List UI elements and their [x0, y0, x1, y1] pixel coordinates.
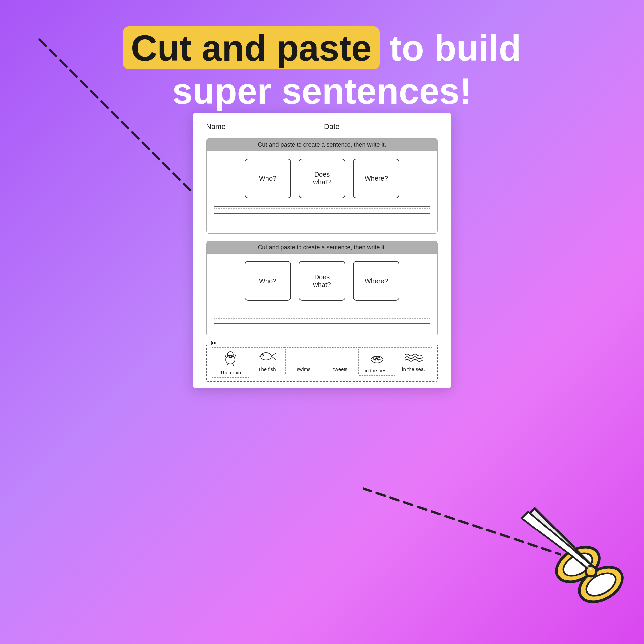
title-highlight: Cut and paste [123, 26, 380, 69]
fish-label: The fish [258, 366, 276, 372]
solid-line [214, 309, 430, 309]
svg-point-16 [550, 540, 605, 589]
svg-marker-3 [229, 356, 232, 357]
dashed-cut-line-bottom [363, 472, 561, 571]
name-label: Name [206, 122, 226, 131]
cut-item-fish: The fish [249, 347, 286, 374]
scissors-small-icon: ✂ [209, 339, 218, 347]
cut-item-tweets: tweets [322, 347, 359, 374]
name-underline [230, 130, 320, 130]
cut-item-swims: swims [285, 347, 322, 374]
solid-line [214, 316, 430, 316]
activity-1-header: Cut and paste to create a sentence, then… [207, 139, 437, 151]
nest-label: in the nest. [365, 368, 389, 373]
writing-lines-2 [214, 309, 430, 326]
activity-2-body: Who? Doeswhat? Where? [207, 254, 437, 336]
activity-section-1: Cut and paste to create a sentence, then… [206, 138, 438, 234]
svg-line-5 [233, 364, 234, 366]
svg-point-14 [574, 560, 628, 609]
cut-items-row: The robin The fish [212, 347, 432, 378]
solid-line [214, 323, 430, 324]
date-label: Date [324, 122, 339, 131]
activity-1-body: Who? Doeswhat? Where? [207, 151, 437, 233]
name-date-row: Name Date [206, 122, 438, 132]
svg-point-2 [227, 352, 233, 358]
dashed-writing-line [214, 216, 430, 216]
robin-label: The robin [220, 370, 241, 375]
fish-icon [258, 350, 276, 365]
sentence-boxes-1: Who? Doeswhat? Where? [214, 159, 430, 198]
cut-strip: ✂ The robin [206, 344, 438, 382]
nest-icon [368, 350, 386, 366]
svg-line-13 [363, 488, 561, 555]
svg-line-4 [227, 364, 228, 366]
svg-point-15 [582, 569, 619, 600]
svg-point-18 [586, 566, 596, 576]
svg-line-9 [259, 356, 261, 357]
who-box-2: Who? [245, 261, 291, 301]
where-box-1: Where? [353, 159, 399, 198]
solid-line [214, 213, 430, 214]
tweets-label: tweets [333, 366, 347, 372]
dashed-writing-line [214, 208, 430, 209]
writing-lines-1 [214, 206, 430, 223]
svg-point-17 [559, 549, 596, 580]
cut-item-robin: The robin [212, 347, 249, 378]
dashed-writing-line [214, 318, 430, 319]
title-line1: Cut and paste to build [0, 26, 644, 69]
who-box-1: Who? [245, 159, 291, 198]
does-what-box-2: Doeswhat? [299, 261, 345, 301]
scissors-decoration [495, 472, 634, 611]
svg-point-1 [226, 355, 235, 364]
svg-point-7 [262, 355, 264, 356]
activity-2-header: Cut and paste to create a sentence, then… [207, 241, 437, 254]
cut-item-nest: in the nest. [359, 347, 395, 376]
worksheet: Name Date Cut and paste to create a sent… [193, 113, 451, 388]
cut-item-sea: in the sea. [395, 347, 432, 374]
does-what-box-1: Doeswhat? [299, 159, 345, 198]
date-underline [344, 130, 434, 130]
robin-icon [222, 350, 239, 368]
activity-section-2: Cut and paste to create a sentence, then… [206, 241, 438, 336]
title-line2: super sentences! [0, 69, 644, 113]
dashed-writing-line [214, 311, 430, 311]
sentence-boxes-2: Who? Doeswhat? Where? [214, 261, 430, 301]
dashed-writing-line [214, 326, 430, 326]
swims-label: swims [297, 366, 311, 372]
title-area: Cut and paste to build super sentences! [0, 0, 644, 113]
sea-label: in the sea. [402, 366, 425, 372]
dashed-writing-line [214, 223, 430, 223]
where-box-2: Where? [353, 261, 399, 301]
wave-icon [404, 350, 423, 365]
solid-line [214, 221, 430, 221]
solid-line [214, 206, 430, 207]
